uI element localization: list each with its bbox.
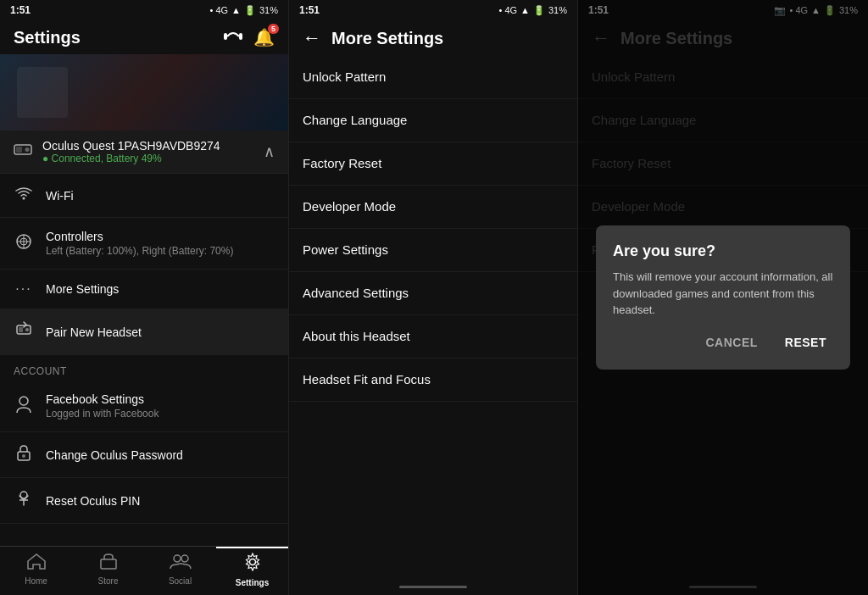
pin-icon: [14, 490, 34, 511]
nav-home[interactable]: Home: [0, 547, 72, 595]
status-icons-2: • 4G ▲ 🔋 31%: [498, 5, 567, 16]
settings-item-power-settings[interactable]: Power Settings: [289, 229, 577, 272]
store-nav-icon: [99, 553, 118, 574]
controllers-label: Controllers: [46, 230, 275, 243]
svg-rect-3: [16, 147, 22, 153]
pair-headset-content: Pair New Headset: [46, 325, 275, 339]
settings-item-developer-mode[interactable]: Developer Mode: [289, 186, 577, 229]
panel1-header: Settings 🔔 5: [0, 20, 288, 54]
back-button-2[interactable]: ←: [303, 27, 321, 49]
time-1: 1:51: [10, 4, 31, 16]
password-label: Change Oculus Password: [46, 448, 275, 462]
signal-bars-2: ▲: [520, 5, 530, 15]
menu-item-facebook[interactable]: Facebook Settings Logged in with Faceboo…: [0, 381, 288, 432]
password-icon: [14, 444, 34, 465]
menu-item-wifi[interactable]: Wi-Fi: [0, 174, 288, 218]
notification-icon[interactable]: 🔔 5: [253, 27, 275, 47]
panel2-home-bar: [289, 578, 577, 595]
device-status: Connected, Battery 49%: [42, 153, 264, 164]
settings-item-advanced-settings[interactable]: Advanced Settings: [289, 272, 577, 315]
device-name: Oculus Quest 1PASH9AVDB9274: [42, 139, 264, 153]
settings-item-change-language[interactable]: Change Language: [289, 99, 577, 142]
svg-point-16: [20, 492, 27, 498]
pin-content: Reset Oculus PIN: [46, 494, 275, 508]
svg-rect-0: [224, 33, 227, 40]
signal-bars-1: ▲: [231, 5, 241, 15]
controllers-content: Controllers Left (Battery: 100%), Right …: [46, 230, 275, 257]
facebook-icon: [14, 396, 34, 417]
menu-item-more-settings[interactable]: ··· More Settings: [0, 270, 288, 309]
headset-icon[interactable]: [223, 28, 243, 47]
device-section[interactable]: Oculus Quest 1PASH9AVDB9274 Connected, B…: [0, 131, 288, 174]
battery-level-1: 31%: [259, 5, 278, 15]
settings-item-unlock-pattern[interactable]: Unlock Pattern: [289, 56, 577, 99]
notification-badge: 5: [268, 24, 279, 34]
home-nav-icon: [27, 553, 46, 574]
dialog-title: Are you sure?: [613, 242, 833, 260]
battery-icon-1: 🔋: [244, 5, 256, 16]
pair-headset-label: Pair New Headset: [46, 325, 275, 339]
nav-store[interactable]: Store: [72, 547, 144, 595]
menu-item-pin[interactable]: Reset Oculus PIN: [0, 478, 288, 524]
wifi-icon: [14, 186, 34, 205]
facebook-sublabel: Logged in with Facebook: [46, 408, 275, 420]
svg-point-20: [181, 555, 188, 562]
svg-point-12: [25, 328, 29, 331]
pair-icon: [14, 321, 34, 342]
store-nav-label: Store: [98, 576, 119, 586]
settings-nav-icon: [243, 553, 262, 576]
dialog-message: This will remove your account informatio…: [613, 269, 833, 319]
battery-icon-2: 🔋: [533, 5, 545, 16]
menu-item-controllers[interactable]: Controllers Left (Battery: 100%), Right …: [0, 218, 288, 270]
svg-point-15: [22, 454, 25, 458]
svg-rect-18: [101, 559, 116, 569]
more-settings-label: More Settings: [46, 282, 275, 296]
password-content: Change Oculus Password: [46, 448, 275, 462]
dialog-overlay[interactable]: Are you sure? This will remove your acco…: [578, 0, 868, 595]
account-section-header: Account: [0, 355, 288, 381]
menu-item-password[interactable]: Change Oculus Password: [0, 432, 288, 478]
pin-label: Reset Oculus PIN: [46, 494, 275, 508]
wifi-label: Wi-Fi: [46, 189, 275, 203]
settings-item-about-headset[interactable]: About this Headset: [289, 315, 577, 359]
hero-image: [0, 54, 288, 131]
wifi-content: Wi-Fi: [46, 189, 275, 203]
svg-point-19: [174, 555, 181, 562]
controllers-sublabel: Left (Battery: 100%), Right (Battery: 70…: [46, 245, 275, 257]
menu-item-pair-headset[interactable]: Pair New Headset: [0, 309, 288, 355]
chevron-icon: ∧: [264, 142, 275, 161]
svg-rect-11: [19, 327, 23, 332]
facebook-content: Facebook Settings Logged in with Faceboo…: [46, 392, 275, 420]
header-icons: 🔔 5: [223, 27, 275, 47]
signal-2: • 4G: [498, 5, 517, 15]
nav-social[interactable]: Social: [144, 547, 216, 595]
page-title: Settings: [14, 28, 81, 47]
settings-item-factory-reset[interactable]: Factory Reset: [289, 142, 577, 186]
controllers-icon: [14, 233, 34, 254]
svg-point-5: [23, 197, 25, 200]
settings-nav-label: Settings: [236, 578, 269, 587]
panel2-title: More Settings: [331, 29, 443, 48]
status-bar-2: 1:51 • 4G ▲ 🔋 31%: [289, 0, 577, 20]
reset-button[interactable]: RESET: [778, 332, 833, 353]
panel2-header: ← More Settings: [289, 20, 577, 56]
social-nav-icon: [170, 553, 192, 574]
svg-point-13: [19, 397, 28, 405]
more-icon: ···: [14, 281, 34, 297]
panel-more-settings: 1:51 • 4G ▲ 🔋 31% ← More Settings Unlock…: [289, 0, 578, 595]
home-bar-indicator: [399, 586, 467, 588]
panel-more-settings-dialog: 1:51 📷 • 4G ▲ 🔋 31% ← More Settings Unlo…: [578, 0, 868, 595]
status-icons-1: • 4G ▲ 🔋 31%: [209, 5, 278, 16]
battery-level-2: 31%: [548, 5, 567, 15]
settings-item-headset-fit[interactable]: Headset Fit and Focus: [289, 359, 577, 402]
device-info: Oculus Quest 1PASH9AVDB9274 Connected, B…: [42, 139, 264, 164]
status-bar-1: 1:51 • 4G ▲ 🔋 31%: [0, 0, 288, 20]
device-icon: [14, 143, 32, 161]
nav-settings[interactable]: Settings: [216, 547, 288, 595]
social-nav-label: Social: [169, 576, 192, 586]
cancel-button[interactable]: CANCEL: [698, 332, 764, 353]
bottom-nav: Home Store Social: [0, 546, 288, 595]
svg-point-4: [25, 147, 30, 152]
facebook-label: Facebook Settings: [46, 392, 275, 406]
signal-icon-1: • 4G: [209, 5, 228, 15]
